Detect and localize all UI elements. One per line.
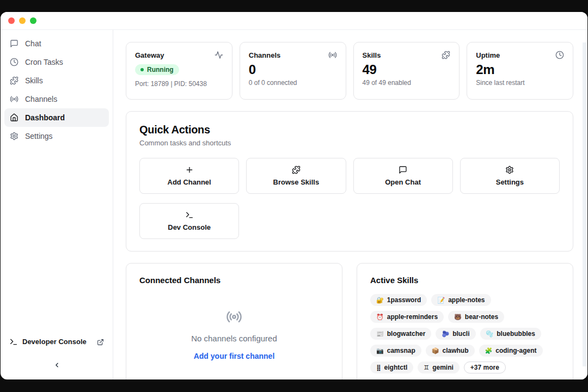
collapse-sidebar-button[interactable] xyxy=(49,359,64,371)
dashboard-main: Gateway Running Port: 18789 | PID: 50438… xyxy=(113,30,587,379)
skill-name: apple-reminders xyxy=(387,313,438,321)
skill-name: bluebubbles xyxy=(497,330,535,338)
developer-console-label: Developer Console xyxy=(22,338,92,346)
zoom-button[interactable] xyxy=(30,17,36,24)
sidebar-item-settings[interactable]: Settings xyxy=(4,127,109,145)
skill-emoji-icon: 📰 xyxy=(376,331,384,337)
sidebar-item-label: Settings xyxy=(25,132,53,140)
quick-action-label: Add Channel xyxy=(168,178,211,186)
status-badge-label: Running xyxy=(147,66,174,74)
browse-skills-button[interactable]: Browse Skills xyxy=(246,158,346,194)
minimize-button[interactable] xyxy=(19,17,26,24)
add-first-channel-link[interactable]: Add your first channel xyxy=(194,352,275,360)
skill-badge: 🫐blucli xyxy=(436,328,475,340)
skill-badge: 📝apple-notes xyxy=(431,294,491,306)
skill-name: coding-agent xyxy=(495,347,536,354)
dev-console-button[interactable]: Dev Console xyxy=(139,203,239,239)
more-skills-badge[interactable]: +37 more xyxy=(464,362,506,373)
stat-detail: Since last restart xyxy=(476,79,564,87)
app-window: Chat Cron Tasks Skills Channels xyxy=(1,12,587,379)
skill-badge: ⣿eightctl xyxy=(370,362,413,373)
scrollbar-gutter[interactable] xyxy=(583,42,587,366)
quick-actions-grid: Add Channel Browse Skills Open Chat xyxy=(139,158,560,239)
clock-icon xyxy=(555,51,564,59)
bottom-panels: Connected Channels No channels configure… xyxy=(126,263,573,379)
skill-badge: ⏰apple-reminders xyxy=(370,311,444,323)
traffic-lights xyxy=(8,17,36,24)
puzzle-icon xyxy=(292,166,301,174)
sidebar-item-chat[interactable]: Chat xyxy=(4,34,109,53)
stat-detail: Port: 18789 | PID: 50438 xyxy=(135,80,223,88)
channels-stat-card: Channels 0 0 of 0 connected xyxy=(240,42,346,100)
gateway-stat-card: Gateway Running Port: 18789 | PID: 50438 xyxy=(126,42,232,100)
quick-actions-title: Quick Actions xyxy=(139,124,560,136)
gear-icon xyxy=(9,132,19,141)
stat-detail: 0 of 0 connected xyxy=(249,79,337,87)
skill-emoji-icon: 🔐 xyxy=(376,297,384,303)
sidebar-item-skills[interactable]: Skills xyxy=(4,71,109,90)
skill-badge: 🐻bear-notes xyxy=(448,311,504,323)
skill-name: clawhub xyxy=(443,347,469,354)
skill-name: apple-notes xyxy=(448,296,485,304)
skill-emoji-icon: 📷 xyxy=(376,348,384,354)
quick-action-label: Settings xyxy=(496,178,524,186)
skill-emoji-icon: ⣿ xyxy=(376,365,381,371)
quick-action-label: Browse Skills xyxy=(273,178,320,186)
chevron-left-icon xyxy=(53,362,60,369)
skill-emoji-icon: ⏰ xyxy=(376,314,384,320)
active-skills-card: Active Skills 🔐1password 📝apple-notes ⏰a… xyxy=(357,263,573,379)
skill-emoji-icon: 🐻 xyxy=(454,314,462,320)
titlebar xyxy=(1,12,587,30)
connected-channels-card: Connected Channels No channels configure… xyxy=(126,263,342,379)
skill-name: eightctl xyxy=(384,364,408,371)
active-skills-title: Active Skills xyxy=(370,275,560,285)
quick-actions-card: Quick Actions Common tasks and shortcuts… xyxy=(126,111,573,252)
sidebar-item-label: Dashboard xyxy=(25,113,65,122)
add-channel-button[interactable]: Add Channel xyxy=(139,158,239,194)
developer-console-button[interactable]: Developer Console xyxy=(1,332,113,351)
broadcast-icon xyxy=(328,51,337,59)
channels-empty-state: No channels configured Add your first ch… xyxy=(139,309,329,360)
uptime-stat-card: Uptime 2m Since last restart xyxy=(467,42,573,100)
clock-icon xyxy=(9,58,19,67)
stats-grid: Gateway Running Port: 18789 | PID: 50438… xyxy=(126,42,573,100)
stat-title: Gateway xyxy=(135,51,164,59)
skill-name: blogwatcher xyxy=(387,330,426,338)
skill-badge: 🧩coding-agent xyxy=(479,345,543,357)
skill-name: blucli xyxy=(452,330,469,338)
quick-actions-subtitle: Common tasks and shortcuts xyxy=(139,139,560,147)
skill-badge: 🫧bluebubbles xyxy=(480,328,541,340)
sidebar-item-channels[interactable]: Channels xyxy=(4,90,109,108)
quick-action-label: Dev Console xyxy=(168,223,211,231)
sidebar-item-cron-tasks[interactable]: Cron Tasks xyxy=(4,53,109,71)
skill-emoji-icon: 🧩 xyxy=(485,348,493,354)
skill-badge: 📷camsnap xyxy=(370,345,421,357)
open-chat-button[interactable]: Open Chat xyxy=(353,158,453,194)
sidebar: Chat Cron Tasks Skills Channels xyxy=(1,30,113,379)
puzzle-icon xyxy=(442,51,450,59)
skill-emoji-icon: 📝 xyxy=(437,297,445,303)
home-icon xyxy=(9,113,19,122)
skill-badge: ♊gemini xyxy=(418,362,460,373)
skill-emoji-icon: 📦 xyxy=(432,348,439,354)
skill-name: 1password xyxy=(387,296,421,304)
skill-emoji-icon: 🫐 xyxy=(442,331,449,337)
sidebar-item-dashboard[interactable]: Dashboard xyxy=(4,108,109,127)
skill-badge: 📰blogwatcher xyxy=(370,328,431,340)
skill-name: camsnap xyxy=(387,347,415,354)
sidebar-item-label: Chat xyxy=(25,39,41,48)
terminal-icon xyxy=(185,211,194,219)
status-dot-icon xyxy=(140,68,144,71)
chat-bubble-icon xyxy=(9,39,19,48)
chat-bubble-icon xyxy=(399,166,407,174)
sidebar-item-label: Channels xyxy=(25,95,57,103)
plus-icon xyxy=(185,166,194,174)
stat-detail: 49 of 49 enabled xyxy=(363,79,451,87)
settings-button[interactable]: Settings xyxy=(460,158,560,194)
empty-channels-text: No channels configured xyxy=(191,334,277,343)
close-button[interactable] xyxy=(8,17,15,24)
skill-badge: 📦clawhub xyxy=(426,345,475,357)
skill-emoji-icon: ♊ xyxy=(424,365,429,371)
stat-title: Skills xyxy=(363,51,381,59)
app-body: Chat Cron Tasks Skills Channels xyxy=(1,30,587,379)
